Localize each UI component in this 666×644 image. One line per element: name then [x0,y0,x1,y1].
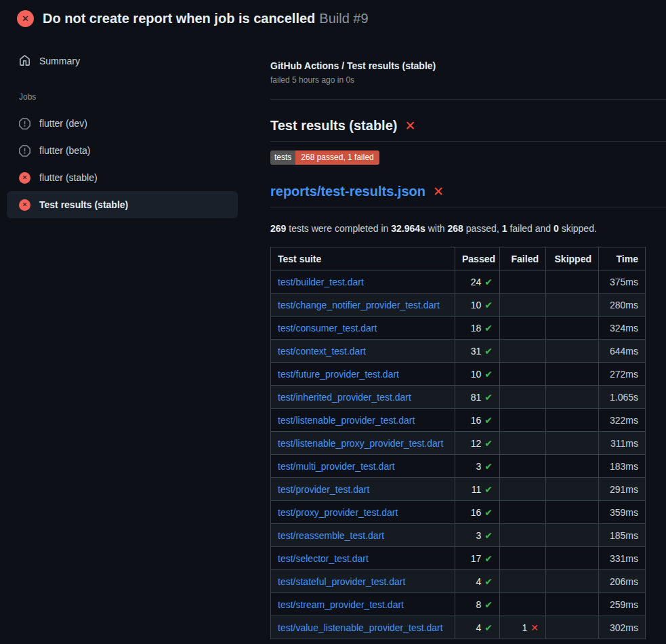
table-row: test/listenable_provider_test.dart 16✔ 3… [271,409,646,432]
passed-value: 3 [476,461,481,472]
suite-link[interactable]: test/builder_test.dart [271,270,455,294]
passed-value: 4 [476,576,481,587]
failed-cell [500,294,546,317]
fail-x-icon: ✕ [404,118,415,134]
suite-link[interactable]: test/value_listenable_provider_test.dart [271,616,455,639]
sidebar-item-label: Test results (stable) [39,199,128,210]
breadcrumb: GitHub Actions / Test results (stable) [270,60,666,71]
failed-cell [500,455,546,478]
passed-cell: 81✔ [455,386,500,409]
failed-cell: 1✕ [500,616,546,639]
badge-label: tests [270,150,295,165]
report-link[interactable]: reports/test-results.json [270,184,425,199]
check-icon: ✔ [484,576,493,587]
passed-cell: 18✔ [455,317,500,340]
time-cell: 322ms [599,409,646,432]
sidebar-item-test-results-stable[interactable]: ✕ Test results (stable) [7,191,238,218]
sidebar-item-label: Summary [39,56,80,66]
sidebar-item-summary[interactable]: Summary [7,51,253,71]
table-row: test/stateful_provider_test.dart 4✔ 206m… [271,570,646,593]
failed-cell [500,270,546,294]
sidebar-item-flutter-beta[interactable]: flutter (beta) [7,137,238,164]
skipped-cell [546,616,599,639]
cancelled-icon [19,145,30,157]
skipped-cell [546,432,599,455]
skipped-count: 0 [554,223,559,234]
check-icon: ✔ [484,392,493,403]
time-cell: 1.065s [599,386,646,409]
suite-link[interactable]: test/future_provider_test.dart [271,363,455,386]
check-icon: ✔ [484,530,493,541]
check-icon: ✔ [484,415,493,426]
table-row: test/selector_test.dart 17✔ 331ms [271,547,646,570]
passed-value: 10 [471,369,482,380]
time-cell: 375ms [599,270,646,294]
check-icon: ✔ [484,507,493,518]
time-cell: 206ms [599,570,646,593]
suite-link[interactable]: test/reassemble_test.dart [271,524,455,547]
summary-text: skipped. [559,223,597,234]
x-icon: ✕ [530,622,539,633]
col-skipped: Skipped [546,247,599,270]
passed-cell: 31✔ [455,340,500,363]
passed-cell: 10✔ [455,294,500,317]
divider [270,99,666,100]
suite-link[interactable]: test/consumer_test.dart [271,317,455,340]
skipped-cell [546,570,599,593]
passed-value: 81 [471,392,482,403]
col-test-suite: Test suite [271,247,455,270]
table-row: test/future_provider_test.dart 10✔ 272ms [271,363,646,386]
sidebar-item-flutter-stable[interactable]: ✕ flutter (stable) [7,164,238,191]
suite-link[interactable]: test/stateful_provider_test.dart [271,570,455,593]
failed-cell [500,409,546,432]
sidebar-item-label: flutter (stable) [39,172,98,183]
x-glyph: ✕ [22,201,28,208]
passed-cell: 11✔ [455,478,500,501]
x-glyph: ✕ [22,14,29,24]
table-row: test/listenable_proxy_provider_test.dart… [271,432,646,455]
time-cell: 185ms [599,524,646,547]
passed-cell: 12✔ [455,432,500,455]
skipped-cell [546,524,599,547]
passed-cell: 17✔ [455,547,500,570]
time-cell: 644ms [599,340,646,363]
table-header-row: Test suite Passed Failed Skipped Time [271,247,646,270]
page-header: ✕ Do not create report when job is cance… [0,0,666,36]
x-glyph: ✕ [22,174,28,181]
time-cell: 183ms [599,455,646,478]
suite-link[interactable]: test/listenable_proxy_provider_test.dart [271,432,455,455]
passed-value: 31 [471,346,482,357]
failed-status-icon: ✕ [19,199,30,211]
failed-cell [500,593,546,616]
skipped-cell [546,455,599,478]
suite-link[interactable]: test/proxy_provider_test.dart [271,501,455,524]
passed-value: 24 [471,277,482,287]
failed-status-icon: ✕ [17,10,34,27]
suite-link[interactable]: test/selector_test.dart [271,547,455,570]
suite-link[interactable]: test/inherited_provider_test.dart [271,386,455,409]
sidebar-item-flutter-dev[interactable]: flutter (dev) [7,110,238,137]
suite-link[interactable]: test/change_notifier_provider_test.dart [271,294,455,317]
suite-link[interactable]: test/provider_test.dart [271,478,455,501]
check-icon: ✔ [484,438,493,449]
failed-cell [500,524,546,547]
skipped-cell [546,409,599,432]
failed-cell [500,501,546,524]
failed-cell [500,363,546,386]
jobs-section-label: Jobs [19,92,241,102]
passed-value: 16 [471,507,482,518]
suite-link[interactable]: test/listenable_provider_test.dart [271,409,455,432]
suite-link[interactable]: test/multi_provider_test.dart [271,455,455,478]
summary-text: passed, [463,223,502,234]
suite-link[interactable]: test/stream_provider_test.dart [271,593,455,616]
failed-cell [500,386,546,409]
passed-value: 8 [476,599,481,610]
sidebar-item-label: flutter (beta) [39,145,90,156]
sidebar-item-label: flutter (dev) [39,118,87,129]
time-cell: 324ms [599,317,646,340]
failed-cell [500,570,546,593]
table-row: test/proxy_provider_test.dart 16✔ 359ms [271,501,646,524]
suite-link[interactable]: test/context_test.dart [271,340,455,363]
failed-cell [500,317,546,340]
tests-badge: tests 268 passed, 1 failed [270,150,379,165]
